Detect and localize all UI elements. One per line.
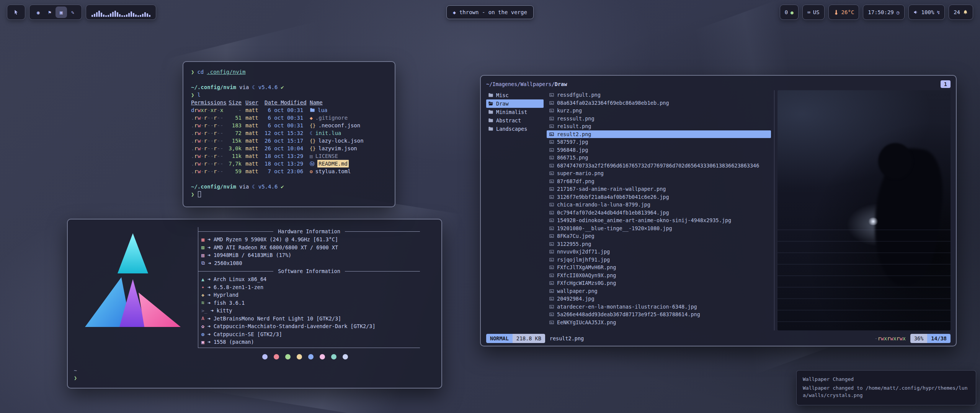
file-item[interactable]: 3126f7e9bbf21a8a4af0b67b041c6e26.jpg [547,193,771,201]
file-item[interactable]: 19201080-__blue-tinge__-1920×1080.jpg [547,224,771,233]
notification-popup[interactable]: Wallpaper Changed Wallpaper changed to /… [796,370,976,405]
cwd-path: ~/.config/nvim [191,83,236,91]
file-name: 587597.jpg [557,139,588,145]
widget-updates[interactable]: 0● [780,5,799,20]
file-name: .neoconf.json [318,122,361,129]
fetch-info-line: ▣➜1558 (pacman) [198,338,420,346]
launcher-button[interactable] [10,7,22,18]
file-item[interactable]: 3122955.png [547,240,771,248]
file-item[interactable]: nnvuv0xj2df71.jpg [547,248,771,256]
file-name: FXfcII0X0AQyn9X.png [557,272,616,278]
file-item[interactable]: 5a266e448add93deab367d87173e9f25-6837886… [547,311,771,319]
file-size: 72 [228,129,245,137]
file-item[interactable]: 866715.png [547,154,771,162]
tool-button-brush[interactable]: ✎ [67,7,78,18]
file-name: re1sult.png [557,123,591,129]
widget-keyboard[interactable]: ⌨US [802,5,825,20]
folder-item-abstract[interactable]: Abstract [486,116,544,125]
widget-notifications[interactable]: 24 [949,5,973,20]
file-item[interactable]: 8FKa7Cu.jpeg [547,232,771,240]
file-item[interactable]: ressdfgult.png [547,91,771,99]
prompt-symbol: ❯ [191,68,194,76]
file-item[interactable]: result2.png [547,130,771,138]
pointer-icon [13,10,19,15]
col-name: Name [310,99,323,106]
file-item[interactable]: kurz.png [547,107,771,115]
arrow-icon: ➜ [207,236,211,242]
image-icon [549,155,554,160]
file-item[interactable]: re1sult.png [547,122,771,130]
widget-temperature[interactable]: 26°C [828,5,859,20]
folder-name: Draw [496,101,509,107]
file-item[interactable]: wallpaper.png [547,287,771,295]
folder-item-minimalist[interactable]: Minimalist [486,108,544,116]
file-item[interactable]: 154928-odinokoe_anime-art-anime-okno-sin… [547,216,771,224]
arrow-icon: ➜ [207,252,211,258]
fetch-info-text: Arch Linux x86_64 [214,276,266,282]
widget-clock-value: 17:50:29 [868,9,893,15]
folder-item-landscapes[interactable]: Landscapes [486,125,544,133]
file-item[interactable]: 587597.jpg [547,138,771,146]
file-item[interactable]: 20492984.jpg [547,295,771,303]
widget-clock[interactable]: 17:50:29◷ [863,5,904,20]
hardware-section-title: Hardware Information [198,227,420,236]
tool-button-record[interactable]: ◉ [33,7,44,18]
tool-button-workspace[interactable]: ▣ [56,7,67,18]
file-item[interactable]: 0c794faf07de24a4db4d4fb1eb813964.jpg [547,209,771,217]
hardware-info-lines: ▦➜AMD Ryzen 9 5900X (24) @ 4.9GHz [61.3°… [198,236,420,267]
file-size-badge: 218.8 KB [513,334,545,343]
panel-divider [774,90,774,330]
file-item[interactable]: 68747470733a2f2f696d616765732d7769786d70… [547,162,771,170]
fetch-window[interactable]: Hardware Information ▦➜AMD Ryzen 9 5900X… [67,219,442,389]
file-item[interactable]: super-mario.png [547,169,771,177]
file-owner: matt [245,167,265,175]
file-item[interactable]: atardecer-en-la-montanas-ilustracion-634… [547,303,771,311]
terminal-input-line[interactable]: ❯ [191,190,387,198]
moon-icon: ☾ [310,131,313,136]
arrow-icon: ➜ [207,315,211,322]
file-name: 217167-sad-anime-rain-wallpaper.png [557,186,666,192]
file-name: atardecer-en-la-montanas-ilustracion-634… [557,304,697,310]
file-item[interactable]: FXfcII0X0AQyn9X.png [547,272,771,280]
file-item[interactable]: 217167-sad-anime-rain-wallpaper.png [547,185,771,193]
file-listing-row: .rw-r--r--3,0kmatt26 oct 10:04{}lazyvim.… [191,145,387,152]
file-item[interactable]: 596848.jpg [547,146,771,154]
folder-item-draw[interactable]: Draw [486,99,544,108]
file-name-cell: ⚙stylua.toml [310,167,387,175]
folder-icon [488,93,493,98]
tab-badge[interactable]: 1 [941,80,951,88]
file-date: 6 oct 00:31 [265,106,310,114]
terminal-window[interactable]: ❯cd.config/nvim ~/.config/nvimvia☾v5.4.6… [183,61,395,207]
dot-icon: ● [791,10,794,15]
file-item[interactable]: 87r687df.png [547,177,771,185]
file-item[interactable]: 08a634fa02a32364f69ebc86a98eb1eb.png [547,99,771,107]
folder-item-misc[interactable]: Misc [486,91,544,99]
file-name-cell: ◆.gitignore [310,114,387,122]
file-item[interactable]: FXfcHgcWIAMzs0G.png [547,279,771,287]
file-item[interactable]: chica-mirando-la-luna-8799.jpg [547,201,771,209]
fetch-info-text: fish 3.6.1 [214,300,245,306]
fetch-info-line: ❖➜Hyprland [198,291,420,299]
file-name: nnvuv0xj2df71.jpg [557,249,610,255]
fetch-prompt[interactable]: ~ ❯ [74,367,77,382]
image-icon [549,116,554,121]
file-listing-row: .rw-r--r--51matt 6 oct 00:31◆.gitignore [191,114,387,122]
file-item[interactable]: rsjqojlmjhf91.jpg [547,256,771,264]
file-name: 20492984.jpg [557,296,595,302]
file-name: 08a634fa02a32364f69ebc86a98eb1eb.png [557,100,669,106]
tool-button-flag[interactable]: ⚑ [44,7,56,18]
file-item[interactable]: resssult.png [547,115,771,123]
folder-icon [310,107,315,113]
file-manager-window[interactable]: ~/Imagenes/Wallpapers/Draw 1 MiscDrawMin… [480,75,957,346]
command: cd [197,68,204,76]
file-item[interactable]: FXfcJlTXgAMvH6R.png [547,263,771,272]
folder-name: Landscapes [496,126,527,132]
file-owner: matt [245,106,265,114]
widget-volume[interactable]: 100%↯ [908,5,945,20]
kernel-icon: ✦ [201,285,204,289]
theme-icon: ✿ [201,324,204,329]
fetch-info-text: kitty [217,307,232,314]
file-item[interactable]: EeNKYgIUcAAJ5JX.png [547,319,771,327]
file-name: rsjqojlmjhf91.jpg [557,257,610,263]
active-window-title[interactable]: ◆ thrown - on the verge [446,5,534,19]
